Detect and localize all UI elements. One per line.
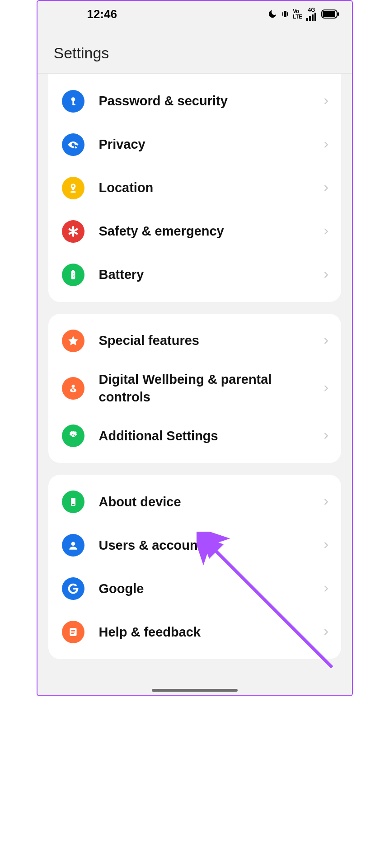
svg-rect-3 [306, 18, 308, 21]
settings-item-google[interactable]: Google [48, 567, 341, 610]
vibrate-icon [281, 9, 289, 19]
settings-item-apps[interactable]: Apps [48, 74, 341, 80]
settings-item-special[interactable]: Special features [48, 319, 341, 363]
status-time: 12:46 [87, 7, 117, 21]
chevron-right-icon [321, 383, 331, 393]
chevron-right-icon [321, 336, 331, 346]
settings-item-password[interactable]: Password & security [48, 80, 341, 123]
svg-rect-0 [284, 11, 286, 17]
settings-item-wellbeing[interactable]: Digital Wellbeing & parental controls [48, 363, 341, 414]
svg-rect-32 [71, 633, 73, 634]
svg-rect-2 [287, 12, 288, 16]
chevron-right-icon [321, 584, 331, 594]
status-icons: Vo LTE 4G [267, 7, 339, 21]
settings-item-label: Google [99, 580, 321, 598]
settings-item-battery[interactable]: Battery [48, 253, 341, 297]
chevron-right-icon [321, 183, 331, 193]
settings-item-label: Special features [99, 332, 321, 349]
settings-item-location[interactable]: Location [48, 166, 341, 210]
page-title: Settings [54, 44, 336, 62]
book-icon [62, 621, 84, 643]
settings-scroll[interactable]: Apps Password & security Privacy [37, 74, 352, 695]
svg-rect-27 [72, 504, 75, 505]
settings-item-label: Battery [99, 266, 321, 283]
home-indicator[interactable] [152, 689, 238, 692]
settings-item-label: Digital Wellbeing & parental controls [99, 371, 321, 406]
star-icon [62, 330, 84, 352]
battery-icon [321, 9, 339, 19]
settings-item-safety[interactable]: Safety & emergency [48, 210, 341, 253]
settings-item-label: Users & accounts [99, 537, 321, 554]
svg-rect-18 [75, 147, 77, 149]
chevron-right-icon [321, 270, 331, 280]
svg-rect-4 [309, 16, 311, 21]
gear-icon [62, 425, 84, 447]
settings-item-label: Password & security [99, 92, 321, 110]
svg-rect-9 [337, 12, 339, 16]
header-divider [37, 73, 352, 74]
svg-rect-5 [312, 14, 314, 21]
phone-frame: 12:46 Vo LTE 4G [37, 0, 353, 696]
pin-icon [62, 177, 84, 199]
page-header: Settings [37, 27, 352, 73]
svg-point-22 [71, 385, 75, 388]
chevron-right-icon [321, 96, 331, 106]
settings-group-3: About device Users & accounts Google [48, 475, 341, 659]
svg-rect-1 [282, 12, 283, 16]
status-bar: 12:46 Vo LTE 4G [37, 1, 352, 27]
svg-point-19 [70, 191, 76, 193]
svg-rect-16 [72, 104, 75, 105]
svg-point-28 [71, 542, 75, 546]
svg-rect-21 [72, 270, 74, 271]
chevron-right-icon [321, 627, 331, 637]
eye-icon [62, 133, 84, 156]
google-icon [62, 577, 84, 600]
network-indicator: 4G [306, 7, 318, 21]
settings-group-2: Special features Digital Wellbeing & par… [48, 314, 341, 463]
chevron-right-icon [321, 140, 331, 150]
settings-item-users[interactable]: Users & accounts [48, 524, 341, 567]
chevron-right-icon [321, 540, 331, 550]
dnd-moon-icon [267, 9, 277, 19]
chevron-right-icon [321, 497, 331, 507]
user-icon [62, 534, 84, 557]
chevron-right-icon [321, 431, 331, 441]
settings-item-label: Safety & emergency [99, 222, 321, 240]
asterisk-icon [62, 220, 84, 243]
svg-rect-6 [314, 13, 316, 21]
settings-item-privacy[interactable]: Privacy [48, 123, 341, 166]
settings-item-label: Privacy [99, 136, 321, 153]
device-icon [62, 491, 84, 513]
settings-item-about[interactable]: About device [48, 480, 341, 524]
svg-rect-30 [71, 630, 75, 631]
signal-bars-icon [306, 12, 318, 21]
heart-icon [62, 377, 84, 400]
settings-group-1: Apps Password & security Privacy [48, 74, 341, 302]
battery-icon [62, 264, 84, 286]
settings-item-label: Additional Settings [99, 427, 321, 445]
settings-item-additional[interactable]: Additional Settings [48, 414, 341, 458]
settings-item-label: About device [99, 493, 321, 511]
settings-item-label: Help & feedback [99, 623, 321, 641]
svg-rect-8 [323, 11, 335, 17]
settings-item-help[interactable]: Help & feedback [48, 610, 341, 654]
settings-item-label: Location [99, 179, 321, 197]
chevron-right-icon [321, 226, 331, 236]
volte-icon: Vo LTE [293, 9, 302, 19]
svg-rect-31 [71, 632, 75, 632]
key-icon [62, 90, 84, 113]
